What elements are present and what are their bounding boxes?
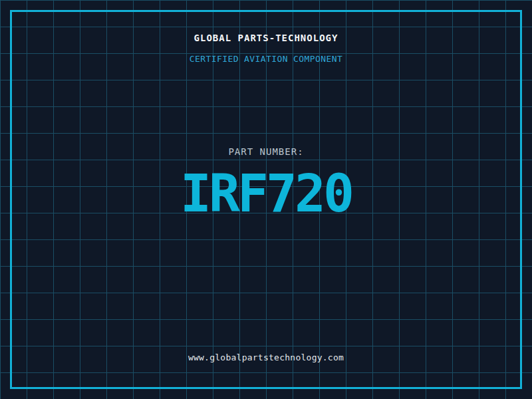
part-label-card: GLOBAL PARTS-TECHNOLOGY CERTIFIED AVIATI…	[0, 0, 532, 399]
website-url: www.globalpartstechnology.com	[0, 352, 532, 362]
part-number-label: PART NUMBER:	[0, 146, 532, 157]
company-name: GLOBAL PARTS-TECHNOLOGY	[0, 33, 532, 43]
part-number-value: IRF720	[0, 168, 532, 219]
certification-tagline: CERTIFIED AVIATION COMPONENT	[0, 54, 532, 64]
